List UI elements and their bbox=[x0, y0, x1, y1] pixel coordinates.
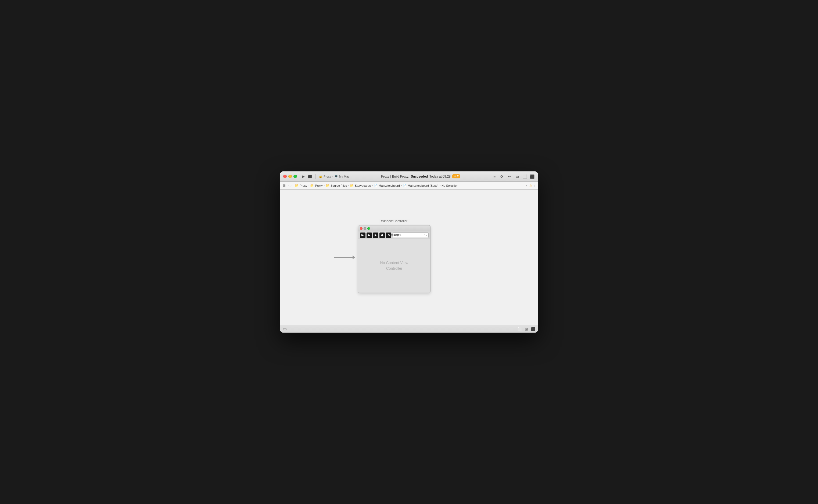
bottom-bar: ▭ ⬜ ⊞ ⬛ bbox=[280, 325, 538, 333]
layout-triple-icon[interactable]: ⬛ bbox=[529, 174, 535, 179]
widget-label: Window Controller bbox=[379, 219, 410, 224]
breadcrumb-label-3: Source Files bbox=[331, 184, 347, 187]
storyboard-file-icon-1: 📄 bbox=[374, 184, 378, 187]
sb-dropdown[interactable]: Item 1 ⌃⌄ bbox=[393, 232, 429, 238]
breadcrumb-item-source[interactable]: 📁 Source Files bbox=[326, 184, 347, 187]
bottom-panel-right-icon[interactable]: ⬛ bbox=[531, 327, 535, 331]
chevron-4: › bbox=[372, 184, 373, 187]
build-time: Today at 09:28 bbox=[429, 175, 451, 178]
bottom-inspector-icon[interactable]: ▭ bbox=[283, 326, 287, 332]
sb-dropdown-arrow: ⌃⌄ bbox=[424, 234, 427, 236]
breadcrumb-warning: ⚠ bbox=[529, 184, 532, 187]
breadcrumb-forward[interactable]: › bbox=[290, 184, 292, 188]
sb-back-btn[interactable] bbox=[360, 232, 365, 238]
storyboard-titlebar bbox=[358, 225, 430, 231]
title-nav: 🔒 Proxy › 💻 My Mac bbox=[319, 175, 349, 178]
minimize-button[interactable] bbox=[288, 175, 292, 178]
sb-toolbar-area: Intercept bbox=[360, 232, 429, 238]
breadcrumb-item-main-storyboard[interactable]: 📄 Main.storyboard bbox=[374, 184, 400, 187]
entry-arrow bbox=[334, 255, 355, 259]
svg-marker-4 bbox=[382, 234, 383, 236]
build-prefix: Proxy | Build Proxy: bbox=[381, 175, 409, 178]
target-label: My Mac bbox=[339, 175, 350, 178]
breadcrumb-label-4: Storyboards bbox=[355, 184, 371, 187]
chevron-1: › bbox=[308, 184, 309, 187]
breadcrumb-label-5: Main.storyboard bbox=[379, 184, 400, 187]
no-content-line2: Controller bbox=[380, 266, 408, 271]
breadcrumb-left-nav[interactable]: ‹ bbox=[526, 184, 527, 188]
sb-content: No Content View Controller bbox=[358, 239, 430, 293]
sb-fastforward-btn[interactable] bbox=[379, 232, 385, 238]
folder-icon-1: 📁 bbox=[295, 184, 299, 187]
sb-close[interactable] bbox=[360, 227, 363, 230]
breadcrumb-item-proxy2[interactable]: 📁 Proxy bbox=[310, 184, 322, 187]
svg-marker-3 bbox=[381, 234, 382, 236]
sb-maximize[interactable] bbox=[367, 227, 370, 230]
breadcrumb-right-nav[interactable]: › bbox=[534, 184, 535, 188]
breadcrumb-back[interactable]: ‹ bbox=[288, 184, 289, 188]
breadcrumb-right: ‹ ⚠ › bbox=[526, 184, 535, 188]
bottom-panel-grid-icon[interactable]: ⊞ bbox=[525, 327, 528, 331]
breadcrumb-item-storyboards[interactable]: 📁 Storyboards bbox=[350, 184, 371, 187]
sb-toolbar: Intercept bbox=[358, 231, 430, 239]
svg-marker-0 bbox=[361, 234, 364, 236]
storyboard-window[interactable]: Intercept bbox=[358, 225, 430, 293]
breadcrumb-no-selection: No Selection bbox=[442, 184, 458, 187]
breadcrumb-label-1: Proxy bbox=[300, 184, 307, 187]
no-content-line1: No Content View bbox=[380, 260, 408, 266]
breadcrumb-label-6: Main.storyboard (Base) bbox=[408, 184, 438, 187]
no-content-text: No Content View Controller bbox=[380, 260, 408, 271]
bottom-bar-right: ⬜ ⊞ ⬛ bbox=[518, 327, 535, 331]
chevron-2: › bbox=[324, 184, 325, 187]
editor-mode-icon[interactable]: ≡ bbox=[492, 174, 497, 179]
chevron-5: › bbox=[401, 184, 402, 187]
layout-single-icon[interactable]: ▭ bbox=[514, 174, 520, 179]
breadcrumb-label-2: Proxy bbox=[315, 184, 322, 187]
build-status: Succeeded bbox=[411, 175, 428, 178]
library-icon[interactable]: ⟳ bbox=[499, 174, 505, 179]
folder-icon-4: 📁 bbox=[350, 184, 354, 187]
arrow-line bbox=[334, 257, 353, 258]
grid-icon[interactable]: ⊞ bbox=[283, 183, 286, 188]
svg-marker-1 bbox=[368, 234, 371, 236]
back-icon[interactable]: ↩ bbox=[507, 174, 512, 179]
title-bar-center: Proxy | Build Proxy: Succeeded Today at … bbox=[351, 174, 490, 178]
folder-icon-3: 📁 bbox=[326, 184, 329, 187]
warning-badge: ⚠ 2 bbox=[452, 174, 460, 178]
mac-window: ▶ ⬛ 🔒 Proxy › 💻 My Mac Proxy | Build Pro… bbox=[280, 171, 538, 333]
nav-label: Proxy bbox=[324, 175, 331, 178]
title-bar-right: ≡ ⟳ ↩ ▭ ⬜ ⬛ bbox=[492, 174, 535, 179]
computer-icon: 💻 bbox=[334, 175, 338, 178]
widget-container: Window Controller Intercept bbox=[358, 219, 430, 293]
maximize-button[interactable] bbox=[293, 175, 297, 178]
run-button[interactable]: ▶ bbox=[301, 174, 306, 179]
nav-chevron: › bbox=[332, 175, 333, 178]
traffic-lights bbox=[283, 175, 297, 178]
sb-dropdown-value: Item 1 bbox=[394, 233, 401, 236]
title-bar: ▶ ⬛ 🔒 Proxy › 💻 My Mac Proxy | Build Pro… bbox=[280, 171, 538, 182]
sb-stop-btn[interactable]: ✕ bbox=[386, 232, 391, 238]
chevron-6: › bbox=[440, 184, 440, 187]
nav-icon: 🔒 bbox=[319, 175, 322, 178]
storyboard-file-icon-2: 📄 bbox=[403, 184, 407, 187]
bottom-panel-left-icon[interactable]: ⬜ bbox=[518, 327, 522, 331]
chevron-3: › bbox=[348, 184, 349, 187]
close-button[interactable] bbox=[283, 175, 287, 178]
sb-nav-buttons: ✕ bbox=[360, 232, 392, 238]
stop-button[interactable]: ⬛ bbox=[308, 174, 312, 179]
main-canvas: Window Controller Intercept bbox=[280, 190, 538, 325]
breadcrumb-item-proxy1[interactable]: 📁 Proxy bbox=[295, 184, 307, 187]
breadcrumb-item-main-storyboard-base[interactable]: 📄 Main.storyboard (Base) bbox=[403, 184, 438, 187]
sb-forward-btn[interactable] bbox=[367, 232, 372, 238]
breadcrumb-bar: ⊞ ‹ › 📁 Proxy › 📁 Proxy › 📁 Source Files… bbox=[280, 182, 538, 190]
breadcrumb-nav: ‹ › bbox=[288, 184, 292, 188]
sb-minimize[interactable] bbox=[364, 227, 366, 230]
svg-marker-2 bbox=[375, 234, 377, 236]
sb-play-btn[interactable] bbox=[373, 232, 378, 238]
layout-double-icon[interactable]: ⬜ bbox=[522, 174, 527, 179]
arrow-head bbox=[353, 255, 355, 259]
folder-icon-2: 📁 bbox=[310, 184, 314, 187]
